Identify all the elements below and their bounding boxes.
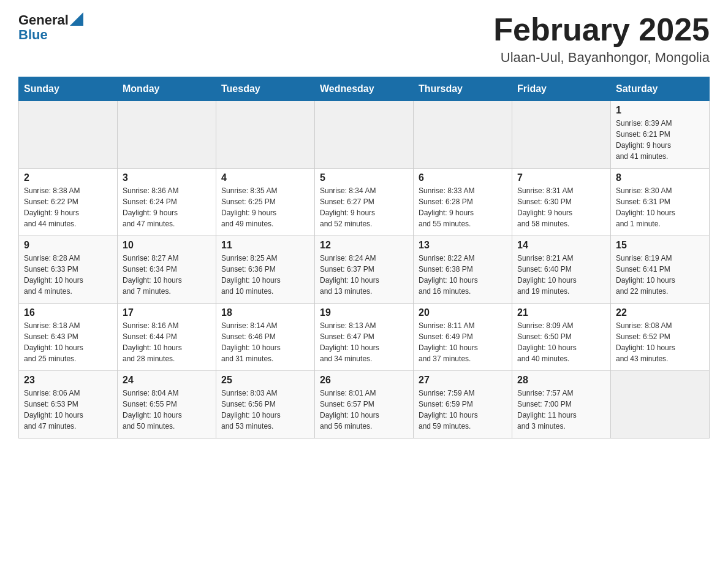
- calendar-cell: 23Sunrise: 8:06 AMSunset: 6:53 PMDayligh…: [19, 371, 118, 439]
- day-info: Sunrise: 8:16 AMSunset: 6:44 PMDaylight:…: [123, 320, 211, 364]
- day-number: 10: [123, 240, 211, 251]
- day-info: Sunrise: 8:30 AMSunset: 6:31 PMDaylight:…: [616, 185, 704, 229]
- calendar-cell: 1Sunrise: 8:39 AMSunset: 6:21 PMDaylight…: [611, 101, 710, 169]
- day-number: 8: [616, 172, 704, 183]
- weekday-header-friday: Friday: [512, 77, 611, 101]
- day-info: Sunrise: 8:21 AMSunset: 6:40 PMDaylight:…: [517, 253, 605, 297]
- day-info: Sunrise: 8:35 AMSunset: 6:25 PMDaylight:…: [221, 185, 309, 229]
- day-number: 23: [24, 375, 112, 386]
- weekday-header-tuesday: Tuesday: [216, 77, 315, 101]
- day-number: 28: [517, 375, 605, 386]
- calendar-cell: [118, 101, 216, 169]
- day-info: Sunrise: 8:22 AMSunset: 6:38 PMDaylight:…: [419, 253, 507, 297]
- calendar-cell: 17Sunrise: 8:16 AMSunset: 6:44 PMDayligh…: [118, 304, 216, 371]
- calendar-week-row: 16Sunrise: 8:18 AMSunset: 6:43 PMDayligh…: [19, 304, 710, 371]
- calendar-cell: 14Sunrise: 8:21 AMSunset: 6:40 PMDayligh…: [512, 236, 611, 304]
- calendar-cell: 26Sunrise: 8:01 AMSunset: 6:57 PMDayligh…: [315, 371, 414, 439]
- day-info: Sunrise: 8:09 AMSunset: 6:50 PMDaylight:…: [517, 320, 605, 364]
- calendar-cell: [19, 101, 118, 169]
- calendar-cell: 20Sunrise: 8:11 AMSunset: 6:49 PMDayligh…: [414, 304, 512, 371]
- calendar-cell: 11Sunrise: 8:25 AMSunset: 6:36 PMDayligh…: [216, 236, 315, 304]
- day-number: 5: [320, 172, 408, 183]
- calendar-cell: 6Sunrise: 8:33 AMSunset: 6:28 PMDaylight…: [414, 169, 512, 236]
- day-info: Sunrise: 8:13 AMSunset: 6:47 PMDaylight:…: [320, 320, 408, 364]
- calendar-table: SundayMondayTuesdayWednesdayThursdayFrid…: [18, 77, 710, 439]
- day-number: 22: [616, 307, 704, 318]
- day-info: Sunrise: 8:38 AMSunset: 6:22 PMDaylight:…: [24, 185, 112, 229]
- calendar-cell: 15Sunrise: 8:19 AMSunset: 6:41 PMDayligh…: [611, 236, 710, 304]
- day-info: Sunrise: 8:34 AMSunset: 6:27 PMDaylight:…: [320, 185, 408, 229]
- weekday-header-row: SundayMondayTuesdayWednesdayThursdayFrid…: [19, 77, 710, 101]
- day-info: Sunrise: 7:57 AMSunset: 7:00 PMDaylight:…: [517, 388, 605, 432]
- day-info: Sunrise: 7:59 AMSunset: 6:59 PMDaylight:…: [419, 388, 507, 432]
- weekday-header-saturday: Saturday: [611, 77, 710, 101]
- day-number: 21: [517, 307, 605, 318]
- logo: General Blue: [18, 12, 83, 43]
- calendar-cell: 25Sunrise: 8:03 AMSunset: 6:56 PMDayligh…: [216, 371, 315, 439]
- location-title: Ulaan-Uul, Bayanhongor, Mongolia: [493, 50, 710, 66]
- calendar-cell: 10Sunrise: 8:27 AMSunset: 6:34 PMDayligh…: [118, 236, 216, 304]
- day-info: Sunrise: 8:39 AMSunset: 6:21 PMDaylight:…: [616, 118, 704, 162]
- day-number: 20: [419, 307, 507, 318]
- calendar-cell: 22Sunrise: 8:08 AMSunset: 6:52 PMDayligh…: [611, 304, 710, 371]
- day-info: Sunrise: 8:18 AMSunset: 6:43 PMDaylight:…: [24, 320, 112, 364]
- calendar-week-row: 2Sunrise: 8:38 AMSunset: 6:22 PMDaylight…: [19, 169, 710, 236]
- calendar-cell: [216, 101, 315, 169]
- day-info: Sunrise: 8:28 AMSunset: 6:33 PMDaylight:…: [24, 253, 112, 297]
- calendar-cell: 12Sunrise: 8:24 AMSunset: 6:37 PMDayligh…: [315, 236, 414, 304]
- day-info: Sunrise: 8:33 AMSunset: 6:28 PMDaylight:…: [419, 185, 507, 229]
- day-info: Sunrise: 8:24 AMSunset: 6:37 PMDaylight:…: [320, 253, 408, 297]
- calendar-cell: 3Sunrise: 8:36 AMSunset: 6:24 PMDaylight…: [118, 169, 216, 236]
- day-number: 2: [24, 172, 112, 183]
- calendar-cell: [512, 101, 611, 169]
- day-number: 15: [616, 240, 704, 251]
- weekday-header-monday: Monday: [118, 77, 216, 101]
- day-number: 26: [320, 375, 408, 386]
- day-number: 6: [419, 172, 507, 183]
- calendar-cell: 5Sunrise: 8:34 AMSunset: 6:27 PMDaylight…: [315, 169, 414, 236]
- calendar-cell: 21Sunrise: 8:09 AMSunset: 6:50 PMDayligh…: [512, 304, 611, 371]
- calendar-week-row: 23Sunrise: 8:06 AMSunset: 6:53 PMDayligh…: [19, 371, 710, 439]
- calendar-cell: 7Sunrise: 8:31 AMSunset: 6:30 PMDaylight…: [512, 169, 611, 236]
- day-info: Sunrise: 8:11 AMSunset: 6:49 PMDaylight:…: [419, 320, 507, 364]
- svg-marker-0: [70, 12, 83, 26]
- day-number: 4: [221, 172, 309, 183]
- day-info: Sunrise: 8:31 AMSunset: 6:30 PMDaylight:…: [517, 185, 605, 229]
- logo-triangle-icon: [70, 12, 83, 26]
- day-number: 25: [221, 375, 309, 386]
- calendar-cell: 13Sunrise: 8:22 AMSunset: 6:38 PMDayligh…: [414, 236, 512, 304]
- day-info: Sunrise: 8:08 AMSunset: 6:52 PMDaylight:…: [616, 320, 704, 364]
- calendar-cell: 19Sunrise: 8:13 AMSunset: 6:47 PMDayligh…: [315, 304, 414, 371]
- calendar-cell: [611, 371, 710, 439]
- calendar-cell: 16Sunrise: 8:18 AMSunset: 6:43 PMDayligh…: [19, 304, 118, 371]
- weekday-header-thursday: Thursday: [414, 77, 512, 101]
- day-number: 14: [517, 240, 605, 251]
- month-title: February 2025: [493, 12, 710, 47]
- day-number: 16: [24, 307, 112, 318]
- calendar-cell: [315, 101, 414, 169]
- day-number: 13: [419, 240, 507, 251]
- weekday-header-sunday: Sunday: [19, 77, 118, 101]
- day-info: Sunrise: 8:03 AMSunset: 6:56 PMDaylight:…: [221, 388, 309, 432]
- day-number: 19: [320, 307, 408, 318]
- day-info: Sunrise: 8:14 AMSunset: 6:46 PMDaylight:…: [221, 320, 309, 364]
- day-number: 12: [320, 240, 408, 251]
- day-number: 11: [221, 240, 309, 251]
- calendar-cell: 9Sunrise: 8:28 AMSunset: 6:33 PMDaylight…: [19, 236, 118, 304]
- calendar-week-row: 9Sunrise: 8:28 AMSunset: 6:33 PMDaylight…: [19, 236, 710, 304]
- day-number: 9: [24, 240, 112, 251]
- calendar-week-row: 1Sunrise: 8:39 AMSunset: 6:21 PMDaylight…: [19, 101, 710, 169]
- calendar-cell: 18Sunrise: 8:14 AMSunset: 6:46 PMDayligh…: [216, 304, 315, 371]
- day-number: 24: [123, 375, 211, 386]
- page-header: General Blue February 2025 Ulaan-Uul, Ba…: [18, 12, 710, 66]
- logo-blue-text: Blue: [18, 27, 48, 43]
- weekday-header-wednesday: Wednesday: [315, 77, 414, 101]
- logo-general-text: General: [18, 12, 69, 28]
- calendar-cell: 24Sunrise: 8:04 AMSunset: 6:55 PMDayligh…: [118, 371, 216, 439]
- day-info: Sunrise: 8:36 AMSunset: 6:24 PMDaylight:…: [123, 185, 211, 229]
- day-number: 17: [123, 307, 211, 318]
- day-info: Sunrise: 8:04 AMSunset: 6:55 PMDaylight:…: [123, 388, 211, 432]
- calendar-cell: 27Sunrise: 7:59 AMSunset: 6:59 PMDayligh…: [414, 371, 512, 439]
- calendar-cell: [414, 101, 512, 169]
- day-number: 18: [221, 307, 309, 318]
